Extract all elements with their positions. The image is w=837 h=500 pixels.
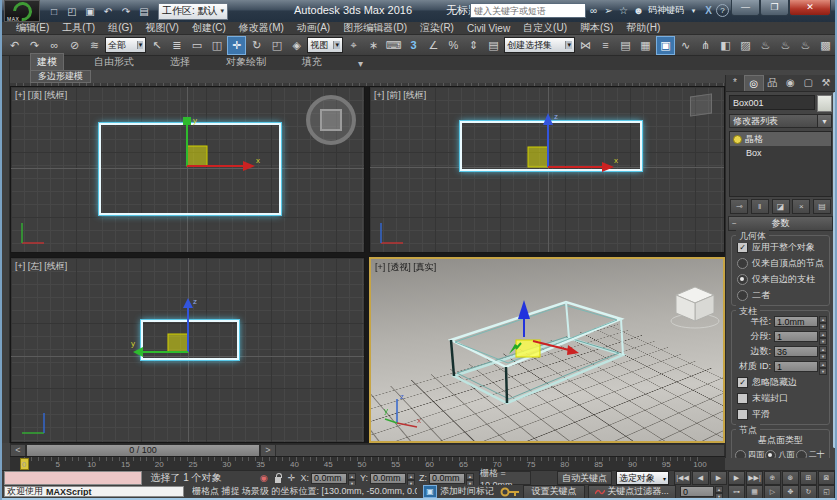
layer-explorer-icon[interactable]: ▤ xyxy=(616,36,635,55)
param-spinner[interactable]: ▲▼ xyxy=(819,331,827,342)
basis-option-八面体[interactable]: 八面体 xyxy=(765,450,795,458)
new-file-icon[interactable]: □ xyxy=(46,4,62,19)
radio-button-icon[interactable] xyxy=(796,450,807,458)
command-panel-scrollbar[interactable] xyxy=(833,92,836,448)
redo-qat-icon[interactable]: ↷ xyxy=(118,4,134,19)
menu-item[interactable]: 图形编辑器(D) xyxy=(343,21,407,35)
spin-down-icon[interactable]: ▼ xyxy=(819,353,827,360)
absolute-mode-icon[interactable]: ✛ xyxy=(287,472,297,484)
zoom-extents-icon[interactable]: ⊞ xyxy=(800,471,817,485)
material-editor-icon[interactable]: ◧ xyxy=(716,36,735,55)
viewport-top-label[interactable]: [+] [顶] [线框] xyxy=(15,89,67,102)
ribbon-tab-选择[interactable]: 选择 xyxy=(164,54,196,70)
viewport-left-label[interactable]: [+] [左] [线框] xyxy=(15,260,67,273)
next-frame-icon[interactable]: ▶ xyxy=(728,471,745,485)
favorites-star-icon[interactable]: ☆ xyxy=(616,4,631,18)
param-field[interactable]: 1 xyxy=(774,361,818,372)
selection-filter-dropdown[interactable]: 全部▾ xyxy=(105,37,146,53)
current-frame-field[interactable]: 0 xyxy=(680,486,714,497)
move-gizmo[interactable]: z y xyxy=(129,296,249,366)
spin-up-icon[interactable]: ▲ xyxy=(407,473,415,480)
checkbox-忽略隐藏边[interactable]: ✓忽略隐藏边 xyxy=(737,376,827,389)
viewport-front-label[interactable]: [+] [前] [线框] xyxy=(374,89,426,102)
viewcube-face[interactable] xyxy=(320,109,342,131)
ribbon-toggle-icon[interactable]: ▦ xyxy=(636,36,655,55)
select-and-place-icon[interactable]: ◈ xyxy=(287,36,306,55)
object-name-field[interactable]: Box001 xyxy=(729,95,815,110)
previous-frame-icon[interactable]: ◀ xyxy=(692,471,709,485)
menu-item[interactable]: 动画(A) xyxy=(297,21,330,35)
render-last-icon[interactable]: ▩ xyxy=(816,36,835,55)
curve-editor-icon[interactable]: ∿ xyxy=(676,36,695,55)
mirror-icon[interactable]: ⋈ xyxy=(576,36,595,55)
display-tab-icon[interactable]: ▢ xyxy=(799,75,817,91)
select-and-rotate-icon[interactable]: ↻ xyxy=(247,36,266,55)
lightbulb-icon[interactable] xyxy=(733,135,742,144)
remove-modifier-icon[interactable]: × xyxy=(792,199,810,214)
ribbon-tab-对象绘制[interactable]: 对象绘制 xyxy=(220,54,272,70)
radio-仅来自边的支柱[interactable]: 仅来自边的支柱 xyxy=(737,273,827,286)
parameters-rollout-header[interactable]: − 参数 xyxy=(728,216,833,231)
move-gizmo[interactable]: y x xyxy=(143,113,263,193)
menu-item[interactable]: 自定义(U) xyxy=(523,21,567,35)
spin-up-icon[interactable]: ▲ xyxy=(819,361,827,368)
param-spinner[interactable]: ▲▼ xyxy=(819,361,827,372)
sign-in-user-icon[interactable]: ☻ xyxy=(631,4,646,18)
polygon-modeling-panel[interactable]: 多边形建模 xyxy=(30,70,91,83)
key-mode-toggle-icon[interactable]: ⊶ xyxy=(728,485,745,499)
maximize-viewport-toggle-icon[interactable]: ◱ xyxy=(818,485,835,499)
ribbon-collapse-button[interactable]: ▾ xyxy=(352,57,369,70)
checkbox-icon[interactable]: ✓ xyxy=(737,377,748,388)
z-coordinate-field[interactable]: 0.0mm xyxy=(429,473,465,484)
add-time-tag-icon[interactable]: ▣ xyxy=(423,485,437,498)
go-to-start-icon[interactable]: |◀◀ xyxy=(674,471,691,485)
save-file-icon[interactable]: ▣ xyxy=(82,4,98,19)
ribbon-tab-填充[interactable]: 填充 xyxy=(296,54,328,70)
radio-二者[interactable]: 二者 xyxy=(737,289,827,302)
time-slider-handle[interactable]: 0 / 100 xyxy=(26,444,260,457)
menu-item[interactable]: 创建(C) xyxy=(192,21,226,35)
field-of-view-icon[interactable]: ▷ xyxy=(764,485,781,499)
help-icon[interactable]: ? xyxy=(716,4,729,17)
select-and-link-icon[interactable]: ∞ xyxy=(45,36,64,55)
checkbox-末端封口[interactable]: 末端封口 xyxy=(737,392,827,405)
go-to-end-icon[interactable]: ▶▶| xyxy=(746,471,763,485)
spin-down-icon[interactable]: ▼ xyxy=(819,338,827,345)
menu-item[interactable]: 工具(T) xyxy=(62,21,95,35)
menu-item[interactable]: 编辑(E) xyxy=(16,21,49,35)
modifier-stack-row[interactable]: 晶格 xyxy=(730,132,831,146)
param-field[interactable]: 1.0mm xyxy=(774,316,818,327)
reference-coordinate-dropdown[interactable]: 视图▾ xyxy=(307,37,343,53)
scene-explorer-icon[interactable]: ▣ xyxy=(656,36,675,55)
utilities-tab-icon[interactable]: ⚒ xyxy=(817,75,835,91)
viewport-left[interactable]: [+] [左] [线框] z y xyxy=(10,257,365,443)
application-menu-button[interactable]: MAX xyxy=(4,0,40,22)
next-frame-arrow[interactable]: > xyxy=(260,444,276,457)
rendered-frame-icon[interactable]: ♨ xyxy=(756,36,775,55)
orbit-icon[interactable]: ↻ xyxy=(800,485,817,499)
menu-item[interactable]: 脚本(S) xyxy=(580,21,613,35)
viewcube[interactable] xyxy=(667,281,723,333)
previous-frame-arrow[interactable]: < xyxy=(10,444,26,457)
keyboard-override-icon[interactable]: ⌨ xyxy=(384,36,403,55)
autodesk-x-icon[interactable]: X xyxy=(701,4,716,18)
radio-button-icon[interactable] xyxy=(765,450,776,458)
create-tab-icon[interactable]: * xyxy=(726,75,744,91)
configure-modifier-sets-icon[interactable]: ▤ xyxy=(813,199,831,214)
project-folder-icon[interactable]: ▤ xyxy=(136,4,152,19)
radio-仅来自顶点的节点[interactable]: 仅来自顶点的节点 xyxy=(737,257,827,270)
radio-button-icon[interactable] xyxy=(737,258,748,269)
viewport-top[interactable]: [+] [顶] [线框] y x xyxy=(10,86,365,253)
named-selection-sets-icon[interactable]: ▤ xyxy=(484,36,503,55)
modifier-stack-row[interactable]: Box xyxy=(730,146,831,160)
viewport-front[interactable]: [+] [前] [线框] z x xyxy=(369,86,725,253)
spin-up-icon[interactable]: ▲ xyxy=(819,331,827,338)
open-file-icon[interactable]: ◰ xyxy=(64,4,80,19)
add-time-tag-label[interactable]: 添加时间标记 xyxy=(440,485,494,498)
maxscript-mini-listener[interactable]: 欢迎使用 MAXScript xyxy=(4,486,184,497)
undo-icon[interactable]: ↶ xyxy=(5,36,24,55)
select-and-move-icon[interactable]: ✛ xyxy=(227,36,246,55)
viewcube[interactable] xyxy=(306,95,356,145)
param-field[interactable]: 36 xyxy=(774,346,818,357)
basis-option-二十面体[interactable]: 二十面体 xyxy=(796,450,826,458)
